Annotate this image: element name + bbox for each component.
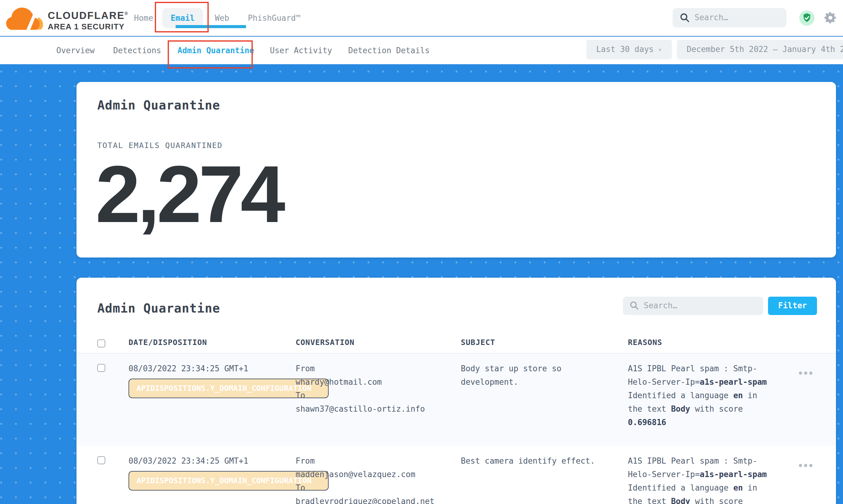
row-checkbox[interactable] [97, 456, 105, 464]
table-search-input[interactable]: Search… [623, 296, 763, 315]
top-header: CLOUDFLARE® AREA 1 SECURITY Home Email W… [0, 0, 843, 36]
date-preset-dropdown[interactable]: Last 30 days▾ [586, 40, 672, 59]
cloudflare-cloud-icon [6, 6, 44, 32]
from-label: From [296, 362, 461, 376]
to-address[interactable]: bradleyrodriguez@copeland.net [296, 495, 461, 504]
from-address[interactable]: maddenjason@velazquez.com [296, 468, 461, 481]
cloudflare-logo: CLOUDFLARE® AREA 1 SECURITY [6, 4, 144, 32]
header-search-input[interactable]: Search… [672, 8, 786, 28]
table-body: 08/03/2022 23:34:25 GMT+1 APIDISPOSITION… [76, 354, 836, 504]
quarantine-table-card: Admin Quarantine Search… Filter DATE/DIS… [76, 278, 836, 504]
table-header-row: DATE/DISPOSITION CONVERSATION SUBJECT RE… [76, 331, 836, 354]
active-tab-underline [176, 25, 246, 28]
row-conversation: From whardy@hotmail.com To shawn37@casti… [296, 362, 461, 437]
from-address[interactable]: whardy@hotmail.com [296, 376, 461, 389]
tab-admin-quarantine[interactable]: Admin Quarantine [177, 37, 254, 64]
row-date: 08/03/2022 23:34:25 GMT+1 [128, 454, 296, 468]
tab-user-activity[interactable]: User Activity [270, 37, 332, 64]
to-address[interactable]: shawn37@castillo-ortiz.info [296, 402, 461, 416]
filter-button[interactable]: Filter [768, 296, 817, 315]
column-header-reasons[interactable]: REASONS [628, 338, 783, 347]
brand-name: CLOUDFLARE® [48, 10, 128, 21]
row-menu-ellipsis-icon[interactable] [798, 366, 813, 377]
gear-icon[interactable] [824, 11, 837, 24]
from-label: From [296, 454, 461, 468]
brand-subtitle: AREA 1 SECURITY [48, 22, 125, 31]
to-label: To [296, 481, 461, 495]
metric-label: TOTAL EMAILS QUARANTINED [97, 141, 223, 150]
search-icon [630, 301, 639, 310]
row-conversation: From maddenjason@velazquez.com To bradle… [296, 454, 461, 504]
protection-status-icon[interactable] [799, 11, 814, 26]
search-icon [680, 13, 690, 23]
column-header-date-disposition[interactable]: DATE/DISPOSITION [128, 338, 296, 347]
column-header-conversation[interactable]: CONVERSATION [296, 338, 461, 347]
to-label: To [296, 389, 461, 402]
date-range-button[interactable]: December 5th 2022 — January 4th 2023 [677, 40, 843, 59]
header-search-placeholder: Search… [695, 8, 728, 28]
row-checkbox[interactable] [97, 364, 105, 372]
page: CLOUDFLARE® AREA 1 SECURITY Home Email W… [0, 0, 843, 504]
table-row: 08/03/2022 23:34:25 GMT+1 APIDISPOSITION… [76, 446, 836, 504]
row-menu-ellipsis-icon[interactable] [798, 458, 813, 470]
row-subject: Best camera identify effect. [461, 454, 597, 468]
row-reasons: A1S IPBL Pearl spam : Smtp-Helo-Server-I… [628, 362, 772, 429]
select-all-checkbox[interactable] [97, 339, 105, 347]
table-search-placeholder: Search… [644, 296, 678, 315]
nav-item-home[interactable]: Home [134, 0, 153, 36]
table-card-title: Admin Quarantine [97, 301, 220, 316]
tab-overview[interactable]: Overview [56, 37, 94, 64]
tab-detections[interactable]: Detections [113, 37, 161, 64]
secondary-nav: Overview Detections Admin Quarantine Use… [0, 37, 843, 64]
caret-down-icon: ▾ [658, 46, 662, 54]
row-reasons: A1S IPBL Pearl spam : Smtp-Helo-Server-I… [628, 454, 772, 504]
registered-mark: ® [125, 11, 128, 16]
stat-card-title: Admin Quarantine [97, 98, 220, 112]
row-subject: Body star up store so development. [461, 362, 597, 389]
table-row: 08/03/2022 23:34:25 GMT+1 APIDISPOSITION… [76, 354, 836, 446]
column-header-subject[interactable]: SUBJECT [461, 338, 628, 347]
nav-item-phishguard[interactable]: PhishGuard™ [248, 0, 300, 36]
tab-detection-details[interactable]: Detection Details [348, 37, 429, 64]
row-date: 08/03/2022 23:34:25 GMT+1 [128, 362, 296, 376]
metric-value: 2,274 [95, 154, 282, 235]
stat-card: Admin Quarantine TOTAL EMAILS QUARANTINE… [76, 82, 836, 257]
nav-item-web[interactable]: Web [215, 0, 229, 36]
